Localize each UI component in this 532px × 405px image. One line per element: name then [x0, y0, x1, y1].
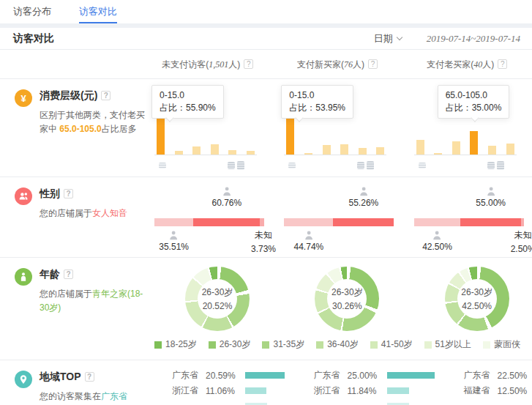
- person-icon: [168, 230, 179, 241]
- consumption-bar[interactable]: [376, 147, 384, 155]
- help-icon[interactable]: ?: [64, 270, 73, 279]
- yuan-icon: ¥: [15, 89, 32, 107]
- consumption-chart-old-buyers[interactable]: 65.0-105.0占比：35.00%: [402, 79, 532, 177]
- female-segment: [193, 218, 260, 226]
- consumption-bar[interactable]: [228, 150, 236, 155]
- region-pct: 22.50%: [498, 371, 532, 381]
- help-icon[interactable]: ?: [244, 59, 253, 69]
- male-stat: 44.74%: [294, 230, 324, 252]
- consumption-bar[interactable]: [340, 144, 348, 155]
- col-header-unpaid: 未支付访客(1,501人)?: [143, 59, 272, 71]
- help-icon[interactable]: ?: [101, 91, 110, 100]
- tab-visitor-compare[interactable]: 访客对比: [79, 0, 117, 23]
- legend-item[interactable]: 18-25岁: [154, 338, 197, 351]
- legend-item[interactable]: 51岁以上: [424, 338, 471, 351]
- coin-stack-icon: [419, 163, 426, 168]
- donut-center-label: 26-30岁42.50%: [457, 279, 497, 319]
- date-range[interactable]: 2019-07-14~2019-07-14: [427, 33, 520, 45]
- help-icon[interactable]: ?: [85, 372, 94, 382]
- age-donut-new-buyers[interactable]: 26-30岁30.26%: [315, 267, 379, 331]
- region-list-new-buyers[interactable]: 广东省25.00%浙江省11.84%: [285, 360, 435, 405]
- consumption-bar[interactable]: [211, 144, 219, 155]
- consumption-bar[interactable]: [506, 144, 514, 155]
- consumption-bar[interactable]: [192, 146, 201, 155]
- visitor-compare-page: 访客分布 访客对比 访客对比 日期 2019-07-14~2019-07-14 …: [0, 0, 532, 405]
- location-pin-icon: [15, 371, 32, 388]
- consumption-bar[interactable]: [452, 141, 460, 155]
- consumption-bar[interactable]: [434, 153, 442, 155]
- consumption-bar[interactable]: [416, 140, 424, 155]
- help-icon[interactable]: ?: [368, 59, 378, 69]
- unknown-segment: [260, 218, 264, 226]
- unknown-segment: [521, 218, 524, 226]
- coin-stack-icon: [237, 161, 244, 170]
- person-icon: [303, 230, 314, 241]
- legend-swatch: [370, 341, 378, 349]
- female-stat: 60.76%: [211, 186, 241, 208]
- consumption-bar[interactable]: [175, 151, 183, 155]
- legend-item[interactable]: 蒙面侠: [483, 338, 520, 351]
- consumption-chart-new-buyers[interactable]: 0-15.0占比：53.95%: [272, 79, 402, 177]
- female-stat: 55.00%: [476, 186, 506, 208]
- chevron-down-icon: [396, 34, 402, 40]
- donut-center-label: 26-30岁20.52%: [198, 279, 237, 319]
- coin-stack-icon: [288, 163, 296, 168]
- unknown-stat: 未知2.50%: [511, 228, 532, 256]
- chart-tooltip: 65.0-105.0占比：35.00%: [438, 85, 510, 119]
- consumption-bar[interactable]: [157, 117, 165, 155]
- top-tabbar: 访客分布 访客对比: [0, 0, 532, 23]
- gender-bar: [414, 218, 524, 226]
- region-pct: 25.00%: [348, 371, 387, 381]
- panel-header: 访客对比 日期 2019-07-14~2019-07-14: [0, 28, 532, 50]
- column-headers: 未支付访客(1,501人)? 支付新买家(76人)? 支付老买家(40人)?: [0, 50, 532, 79]
- region-pct: 20.59%: [206, 371, 245, 381]
- date-dropdown[interactable]: 日期: [374, 32, 402, 45]
- region-row: [464, 398, 532, 405]
- gender-chart-new-buyers[interactable]: 55.26% 44.74% 未知: [284, 186, 394, 259]
- region-name: 广东省: [464, 369, 498, 382]
- coin-stack-icon: [357, 162, 364, 169]
- gender-chart-unpaid[interactable]: 60.76% 35.51% 未知3.73%: [154, 186, 264, 259]
- tab-visitor-distribution[interactable]: 访客分布: [13, 0, 51, 23]
- age-donut-unpaid[interactable]: 26-30岁20.52%: [185, 267, 250, 331]
- coin-stack-icon: [159, 163, 166, 168]
- chart-tooltip: 0-15.0占比：53.95%: [281, 85, 353, 119]
- coin-stack-icon: [497, 161, 504, 170]
- consumption-bar[interactable]: [470, 131, 478, 155]
- person-icon: [485, 186, 496, 197]
- legend-swatch: [154, 341, 162, 349]
- coin-stack-icon: [367, 161, 374, 170]
- region-list-old-buyers[interactable]: 广东省22.50%福建省12.50%: [435, 360, 532, 405]
- consumption-bar[interactable]: [286, 118, 294, 155]
- consumption-chart-unpaid[interactable]: 0-15.0占比：55.90%: [143, 79, 272, 177]
- gender-chart-old-buyers[interactable]: 55.00% 42.50% 未知2.50%: [414, 186, 524, 259]
- consumption-bar[interactable]: [488, 146, 496, 155]
- legend-item[interactable]: 26-30岁: [209, 338, 251, 351]
- region-row: 浙江省11.06%: [172, 383, 285, 398]
- page-title: 访客对比: [13, 32, 54, 45]
- legend-item[interactable]: 41-50岁: [370, 338, 413, 351]
- help-icon[interactable]: ?: [498, 59, 507, 69]
- coin-stack-icon: [487, 162, 495, 169]
- age-donut-old-buyers[interactable]: 26-30岁42.50%: [445, 267, 509, 331]
- help-icon[interactable]: ?: [64, 189, 73, 198]
- consumption-bar[interactable]: [247, 151, 255, 155]
- region-list-unpaid[interactable]: 广东省20.59%浙江省11.06%: [143, 360, 285, 405]
- section-title: 性别?: [40, 187, 149, 201]
- donut-center-label: 26-30岁30.26%: [327, 279, 367, 319]
- age-legend: 18-25岁26-30岁31-35岁36-40岁41-50岁51岁以上蒙面侠: [143, 331, 532, 360]
- legend-item[interactable]: 36-40岁: [316, 338, 359, 351]
- consumption-bar[interactable]: [304, 153, 312, 155]
- region-pct: 11.06%: [206, 386, 245, 396]
- legend-item[interactable]: 31-35岁: [262, 338, 304, 351]
- section-desc: 您的店铺属于青年之家(18-30岁): [40, 287, 149, 315]
- two-people-icon: [15, 187, 32, 205]
- consumption-bar[interactable]: [359, 148, 367, 155]
- male-stat: 35.51%: [159, 230, 189, 252]
- region-bar: [387, 387, 410, 394]
- consumption-bar[interactable]: [323, 145, 331, 155]
- section-consumption: ¥ 消费层级(元)? 区别于其他两类，支付老买家中 65.0-105.0占比居多…: [0, 79, 532, 177]
- section-title: 地域TOP?: [40, 371, 149, 384]
- region-row: 广东省25.00%: [314, 368, 435, 383]
- region-bar: [387, 372, 435, 379]
